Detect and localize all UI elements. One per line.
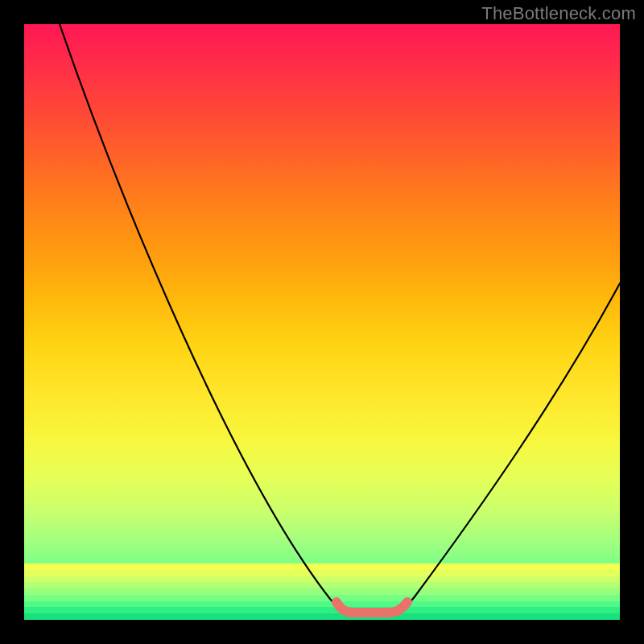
chart-frame: TheBottleneck.com [0, 0, 644, 644]
bottleneck-curve [60, 24, 620, 613]
curve-layer [24, 24, 620, 620]
plot-area [24, 24, 620, 620]
flat-bottom-highlight [336, 602, 407, 613]
watermark-text: TheBottleneck.com [481, 3, 636, 24]
